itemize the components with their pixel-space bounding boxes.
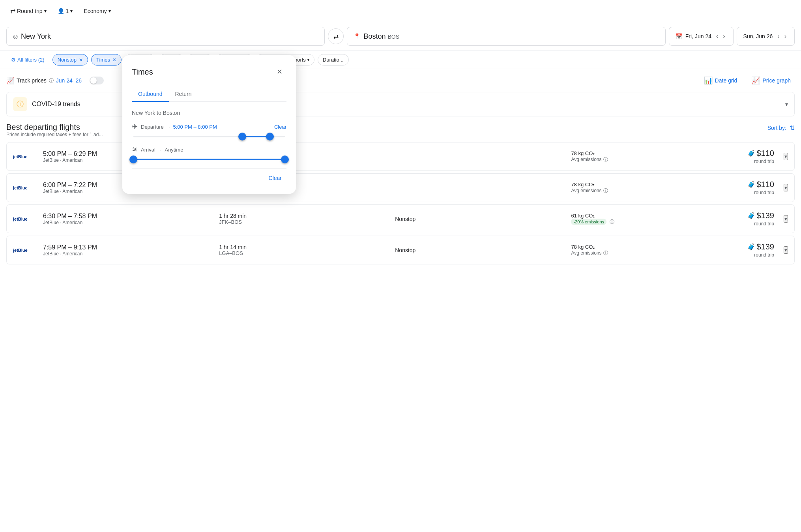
route-label: New York to Boston bbox=[132, 110, 286, 116]
arrival-left-thumb[interactable] bbox=[129, 155, 137, 163]
price-type: round trip bbox=[754, 190, 774, 195]
emissions-col: 78 kg CO₂ Avg emissions ⓘ bbox=[571, 182, 741, 194]
main-content: 📈 Track prices ⓘ Jun 24–26 📊 Date grid 📈… bbox=[0, 69, 801, 272]
price-col: 🧳 $110 round trip bbox=[747, 149, 775, 164]
emissions-text: 78 kg CO₂ bbox=[571, 244, 741, 250]
modal-tabs: Outbound Return bbox=[132, 87, 286, 102]
arrival-slider-fill bbox=[133, 159, 285, 160]
modal-clear-button[interactable]: Clear bbox=[264, 172, 286, 184]
airlines-name: JetBlue · American bbox=[43, 251, 213, 257]
class-button[interactable]: Economy ▾ bbox=[80, 6, 114, 17]
modal-title: Times bbox=[132, 67, 153, 77]
expand-button[interactable]: ▾ bbox=[784, 184, 788, 191]
expand-button[interactable]: ▾ bbox=[784, 246, 788, 254]
price-graph-button[interactable]: 📈 Price graph bbox=[747, 74, 795, 87]
departure-clear-button[interactable]: Clear bbox=[274, 124, 286, 130]
origin-icon: ◎ bbox=[13, 33, 18, 39]
route-info: JFK–BOS bbox=[219, 219, 389, 225]
times-close-icon[interactable]: ✕ bbox=[112, 57, 116, 63]
flight-row[interactable]: jetBlue 6:30 PM – 7:58 PM JetBlue · Amer… bbox=[6, 204, 795, 233]
track-info-icon: ⓘ bbox=[49, 77, 54, 84]
return-date-field[interactable]: Sun, Jun 26 ‹ › bbox=[737, 27, 795, 46]
arrival-slider-header: ✈ Arrival · Anytime bbox=[132, 145, 286, 154]
connecting-chevron-icon: ▾ bbox=[307, 58, 309, 62]
date-grid-button[interactable]: 📊 Date grid bbox=[700, 74, 741, 87]
times-modal: Times ✕ Outbound Return New York to Bost… bbox=[122, 55, 296, 194]
duration-filter-button[interactable]: Duratio... bbox=[318, 54, 349, 66]
departure-slider-header: ✈ Departure · 5:00 PM – 8:00 PM Clear bbox=[132, 122, 286, 131]
track-date-range[interactable]: Jun 24–26 bbox=[56, 77, 82, 84]
return-next-button[interactable]: › bbox=[783, 31, 788, 41]
departure-label: Departure bbox=[141, 124, 164, 130]
sort-row: Sort by: ⇅ bbox=[767, 124, 795, 132]
airline-logo: jetBlue bbox=[13, 154, 37, 159]
emissions-info-icon: ⓘ bbox=[603, 156, 608, 163]
airlines-name: JetBlue · American bbox=[43, 220, 213, 225]
depart-date-field[interactable]: 📅 Fri, Jun 24 ‹ › bbox=[669, 27, 734, 46]
flight-times: 6:30 PM – 7:58 PM JetBlue · American bbox=[43, 213, 213, 225]
return-date: Sun, Jun 26 bbox=[743, 33, 773, 39]
class-label: Economy bbox=[84, 8, 107, 14]
section-subtitle: Prices include required taxes + fees for… bbox=[6, 132, 103, 137]
swap-icon: ⇄ bbox=[333, 33, 339, 40]
date-grid-label: Date grid bbox=[715, 77, 737, 84]
airline-logo: jetBlue bbox=[13, 217, 37, 221]
price-col: 🧳 $139 round trip bbox=[747, 211, 775, 227]
destination-field[interactable]: 📍 Boston BOS bbox=[347, 27, 665, 46]
luggage-icon: 🧳 bbox=[747, 212, 755, 219]
flight-route: 1 hr 28 min JFK–BOS bbox=[219, 213, 389, 225]
departure-time-range: 5:00 PM – 8:00 PM bbox=[173, 124, 217, 130]
flight-duration: 1 hr 14 min bbox=[219, 244, 389, 250]
flight-row[interactable]: jetBlue 7:59 PM – 9:13 PM JetBlue · Amer… bbox=[6, 236, 795, 264]
view-tools: 📊 Date grid 📈 Price graph bbox=[700, 74, 795, 87]
nonstop-close-icon[interactable]: ✕ bbox=[79, 57, 83, 63]
depart-next-button[interactable]: › bbox=[721, 31, 726, 41]
flight-route: 1 hr 14 min LGA–BOS bbox=[219, 244, 389, 256]
departure-plane-icon: ✈ bbox=[132, 122, 138, 131]
arrival-plane-icon: ✈ bbox=[129, 144, 140, 155]
return-prev-button[interactable]: ‹ bbox=[776, 31, 781, 41]
search-bar: ◎ New York ⇄ 📍 Boston BOS 📅 Fri, Jun 24 … bbox=[0, 22, 801, 51]
flight-stop: Nonstop bbox=[395, 216, 565, 222]
airline-logo: jetBlue bbox=[13, 185, 37, 190]
track-toggle[interactable] bbox=[90, 77, 104, 84]
emissions-sub: Avg emissions ⓘ bbox=[571, 187, 741, 194]
price-amount: $139 bbox=[757, 242, 775, 251]
arrival-slider-section: ✈ Arrival · Anytime bbox=[132, 145, 286, 160]
depart-prev-button[interactable]: ‹ bbox=[715, 31, 720, 41]
origin-field[interactable]: ◎ New York bbox=[6, 27, 325, 46]
price-type: round trip bbox=[754, 221, 774, 227]
arrival-right-thumb[interactable] bbox=[281, 155, 289, 163]
arrival-slider-track[interactable] bbox=[133, 159, 285, 160]
modal-close-button[interactable]: ✕ bbox=[272, 65, 286, 79]
passengers-button[interactable]: 👤 1 ▾ bbox=[54, 6, 77, 17]
nonstop-filter-button[interactable]: Nonstop ✕ bbox=[52, 54, 88, 66]
departure-right-thumb[interactable] bbox=[266, 133, 274, 140]
departure-slider-track[interactable] bbox=[133, 136, 285, 137]
tab-outbound[interactable]: Outbound bbox=[132, 87, 169, 102]
price-graph-icon: 📈 bbox=[751, 76, 760, 85]
nonstop-label: Nonstop bbox=[58, 57, 77, 63]
all-filters-button[interactable]: ⚙ All filters (2) bbox=[6, 54, 49, 65]
luggage-icon: 🧳 bbox=[747, 243, 755, 251]
sort-button[interactable]: ⇅ bbox=[790, 124, 795, 132]
departure-left-thumb[interactable] bbox=[238, 133, 246, 140]
calendar-icon: 📅 bbox=[676, 33, 682, 39]
time-range: 6:30 PM – 7:58 PM bbox=[43, 213, 213, 220]
expand-button[interactable]: ▾ bbox=[784, 215, 788, 223]
tab-return[interactable]: Return bbox=[169, 87, 198, 102]
track-prices-section: 📈 Track prices ⓘ Jun 24–26 bbox=[6, 77, 82, 84]
times-filter-button[interactable]: Times ✕ bbox=[91, 54, 122, 66]
emissions-sub: -20% emissions ⓘ bbox=[571, 219, 741, 225]
airline-logo: jetBlue bbox=[13, 248, 37, 253]
expand-button[interactable]: ▾ bbox=[784, 153, 788, 160]
round-trip-button[interactable]: ⇄ Round trip ▾ bbox=[6, 5, 51, 17]
swap-button[interactable]: ⇄ bbox=[328, 28, 344, 44]
emissions-info-icon: ⓘ bbox=[603, 187, 608, 194]
emissions-info-icon: ⓘ bbox=[610, 219, 614, 225]
price-type: round trip bbox=[754, 252, 774, 258]
round-trip-label: Round trip bbox=[17, 8, 43, 14]
track-prices-label: Track prices bbox=[17, 77, 47, 84]
emissions-sub: Avg emissions ⓘ bbox=[571, 250, 741, 257]
time-range: 7:59 PM – 9:13 PM bbox=[43, 244, 213, 251]
